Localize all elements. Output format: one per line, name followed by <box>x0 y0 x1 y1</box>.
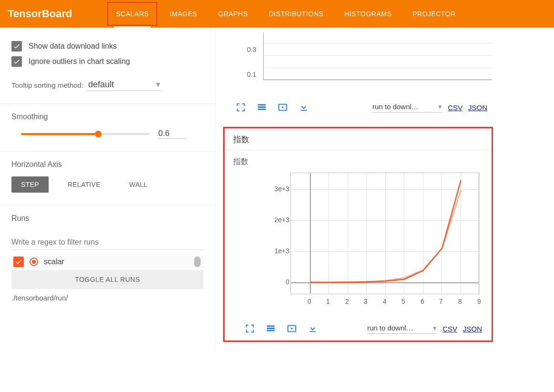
tab-graphs[interactable]: GRAPHS <box>208 0 258 28</box>
ytick: 0.1 <box>247 71 256 78</box>
chart-svg <box>291 173 480 295</box>
tab-distributions[interactable]: DISTRIBUTIONS <box>258 0 334 28</box>
xtick: 4 <box>383 298 387 305</box>
run-radio[interactable] <box>30 258 38 266</box>
label-ignore-outliers: Ignore outliers in chart scaling <box>29 57 130 66</box>
sidebar: Show data download links Ignore outliers… <box>0 28 215 351</box>
fit-icon[interactable] <box>277 101 289 113</box>
chart-toolbar: run to downl… ▾ CSV JSON <box>235 101 487 113</box>
checkbox-show-download[interactable] <box>11 41 22 52</box>
json-link[interactable]: JSON <box>463 325 482 333</box>
csv-link[interactable]: CSV <box>442 325 457 333</box>
xtick: 2 <box>345 298 349 305</box>
expand-icon[interactable] <box>244 322 256 335</box>
check-icon <box>15 258 22 266</box>
toggle-all-runs-button[interactable]: TOGGLE ALL RUNS <box>11 270 204 289</box>
horizontal-axis-label: Horizontal Axis <box>11 160 204 169</box>
check-icon <box>13 42 21 50</box>
download-icon[interactable] <box>298 101 310 113</box>
app-header: TensorBoard SCALARS IMAGES GRAPHS DISTRI… <box>0 0 554 28</box>
xtick: 5 <box>401 298 405 305</box>
smoothing-value[interactable]: 0.6 <box>158 129 187 139</box>
xtick: 6 <box>421 298 424 305</box>
xtick: 8 <box>458 298 462 305</box>
runs-label: Runs <box>11 214 204 223</box>
svg-point-3 <box>291 328 293 330</box>
caret-down-icon: ▾ <box>433 324 437 332</box>
checkbox-ignore-outliers[interactable] <box>11 56 22 67</box>
run-download-select-2[interactable]: run to downl… ▾ <box>367 324 437 334</box>
top-chart: 0.3 0.1 <box>239 32 492 90</box>
xtick: 7 <box>439 298 443 305</box>
panel-title[interactable]: 指数 <box>225 128 492 150</box>
xtick: 9 <box>477 298 481 305</box>
tab-histograms[interactable]: HISTOGRAMS <box>334 0 402 28</box>
tooltip-sorting-value: default <box>88 80 114 90</box>
xtick: 3 <box>364 298 368 305</box>
caret-down-icon: ▾ <box>438 103 442 111</box>
content-area: 0.3 0.1 run to downl… ▾ CSV JSON 指数 指数 <box>215 28 554 351</box>
run-download-value: run to downl… <box>372 103 419 111</box>
slider-fill <box>21 133 98 135</box>
tooltip-sorting-label: Tooltip sorting method: <box>11 81 83 89</box>
run-name: scalar <box>44 258 64 266</box>
tab-projector[interactable]: PROJECTOR <box>402 0 466 28</box>
xtick: 0 <box>308 298 311 305</box>
run-row-scalar[interactable]: scalar <box>11 256 204 268</box>
plot-area[interactable] <box>290 173 479 294</box>
fit-icon[interactable] <box>286 322 298 335</box>
csv-link[interactable]: CSV <box>448 103 462 112</box>
tooltip-sorting-select[interactable]: default ▾ <box>87 79 161 91</box>
run-path: ./tensorboard/run/ <box>11 294 204 302</box>
expand-icon[interactable] <box>235 101 247 113</box>
axis-btn-wall[interactable]: WALL <box>120 176 157 193</box>
smoothing-slider[interactable] <box>21 133 150 135</box>
axis-btn-step[interactable]: STEP <box>11 176 49 193</box>
smoothing-label: Smoothing <box>11 113 204 121</box>
list-icon[interactable] <box>265 322 277 335</box>
chart: 3e+3 2e+3 1e+3 0 0 1 2 3 4 5 6 7 8 9 <box>244 173 482 316</box>
xtick: 1 <box>326 298 330 305</box>
panel-subtitle: 指数 <box>225 150 492 167</box>
runs-filter-input[interactable] <box>11 235 204 250</box>
ytick: 1e+3 <box>274 247 289 255</box>
run-checkbox[interactable] <box>13 257 24 267</box>
ytick: 0.3 <box>247 46 256 53</box>
tab-bar: SCALARS IMAGES GRAPHS DISTRIBUTIONS HIST… <box>105 0 466 28</box>
app-logo: TensorBoard <box>8 8 72 20</box>
caret-down-icon: ▾ <box>156 79 160 90</box>
tab-scalars[interactable]: SCALARS <box>105 0 159 28</box>
tab-images[interactable]: IMAGES <box>159 0 207 28</box>
json-link[interactable]: JSON <box>468 103 487 112</box>
scrollbar-thumb[interactable] <box>194 257 201 267</box>
check-icon <box>13 58 21 65</box>
list-icon[interactable] <box>256 101 268 113</box>
ytick: 2e+3 <box>274 216 289 224</box>
svg-point-1 <box>282 106 284 108</box>
run-download-value: run to downl… <box>367 324 413 332</box>
label-show-download: Show data download links <box>29 42 117 51</box>
download-icon[interactable] <box>307 322 319 335</box>
axis-btn-relative[interactable]: RELATIVE <box>58 176 110 193</box>
scalar-panel: 指数 指数 3e+3 2e+3 1e+3 0 0 1 2 3 4 5 6 7 8… <box>223 127 493 342</box>
slider-thumb[interactable] <box>95 131 102 137</box>
ytick: 0 <box>286 278 289 286</box>
chart-toolbar-2: run to downl… ▾ CSV JSON <box>244 322 482 335</box>
ytick: 3e+3 <box>274 185 289 193</box>
run-download-select[interactable]: run to downl… ▾ <box>372 103 442 113</box>
